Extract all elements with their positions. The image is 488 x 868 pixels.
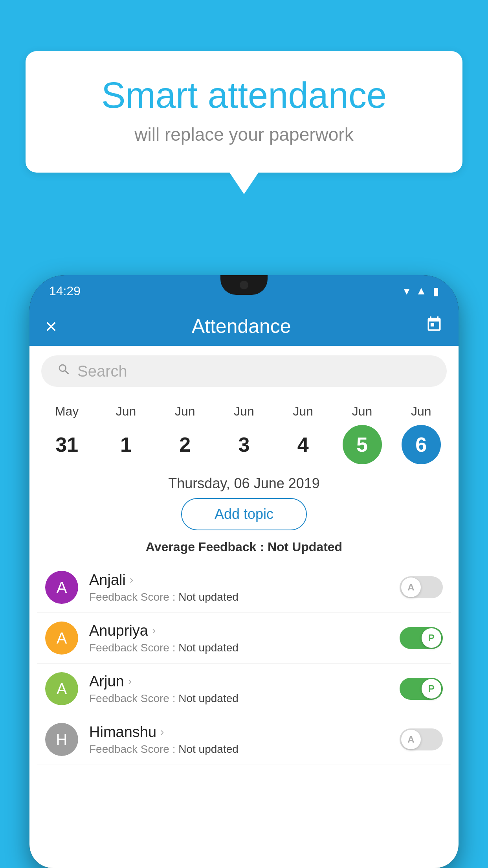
calendar-date-item[interactable]: Jun2 bbox=[160, 404, 211, 464]
toggle-container: P bbox=[400, 627, 443, 649]
date-number: 6 bbox=[402, 425, 441, 464]
feedback-value: Not updated bbox=[178, 692, 238, 704]
date-month: Jun bbox=[411, 404, 431, 419]
search-placeholder: Search bbox=[77, 362, 127, 380]
calendar-date-item[interactable]: Jun4 bbox=[277, 404, 328, 464]
status-bar: 14:29 ▾ ▲ ▮ bbox=[29, 275, 459, 307]
toggle-container: A bbox=[400, 576, 443, 598]
date-number: 5 bbox=[343, 425, 382, 464]
student-info: Anjali ›Feedback Score : Not updated bbox=[89, 572, 400, 603]
toggle-knob: P bbox=[422, 628, 441, 648]
student-feedback: Feedback Score : Not updated bbox=[89, 591, 400, 603]
list-item[interactable]: HHimanshu ›Feedback Score : Not updatedA bbox=[37, 714, 451, 765]
date-number: 1 bbox=[106, 425, 145, 464]
calendar-date-item[interactable]: May31 bbox=[41, 404, 92, 464]
date-month: Jun bbox=[293, 404, 313, 419]
avatar: A bbox=[45, 571, 78, 604]
avg-feedback: Average Feedback : Not Updated bbox=[29, 540, 459, 554]
list-item[interactable]: AAnupriya ›Feedback Score : Not updatedP bbox=[37, 613, 451, 664]
student-list: AAnjali ›Feedback Score : Not updatedAAA… bbox=[29, 562, 459, 765]
phone-notch bbox=[220, 275, 268, 295]
battery-icon: ▮ bbox=[433, 285, 439, 298]
calendar-date-row: May31Jun1Jun2Jun3Jun4Jun5Jun6 bbox=[29, 396, 459, 464]
selected-date-label: Thursday, 06 June 2019 bbox=[29, 464, 459, 498]
date-number: 4 bbox=[283, 425, 323, 464]
list-item[interactable]: AAnjali ›Feedback Score : Not updatedA bbox=[37, 562, 451, 613]
search-icon bbox=[57, 362, 71, 380]
date-month: Jun bbox=[352, 404, 372, 419]
close-button[interactable]: × bbox=[45, 314, 57, 338]
feedback-value: Not updated bbox=[178, 642, 238, 654]
date-number: 3 bbox=[224, 425, 264, 464]
feedback-value: Not updated bbox=[178, 743, 238, 755]
calendar-date-item[interactable]: Jun3 bbox=[218, 404, 270, 464]
search-bar[interactable]: Search bbox=[41, 355, 447, 387]
student-name: Anupriya › bbox=[89, 622, 400, 639]
speech-bubble: Smart attendance will replace your paper… bbox=[26, 51, 462, 173]
toggle-knob: P bbox=[422, 679, 441, 699]
avatar: A bbox=[45, 672, 78, 705]
date-month: Jun bbox=[234, 404, 254, 419]
add-topic-button[interactable]: Add topic bbox=[181, 498, 307, 530]
student-feedback: Feedback Score : Not updated bbox=[89, 743, 400, 756]
chevron-right-icon: › bbox=[130, 574, 133, 586]
speech-bubble-container: Smart attendance will replace your paper… bbox=[26, 51, 462, 173]
date-month: Jun bbox=[175, 404, 195, 419]
chevron-right-icon: › bbox=[128, 675, 132, 688]
wifi-icon: ▾ bbox=[404, 285, 409, 298]
attendance-toggle[interactable]: A bbox=[400, 728, 443, 750]
app-header: × Attendance bbox=[29, 307, 459, 346]
speech-bubble-title: Smart attendance bbox=[57, 75, 431, 116]
signal-icon: ▲ bbox=[416, 285, 427, 297]
toggle-container: P bbox=[400, 678, 443, 700]
calendar-icon[interactable] bbox=[426, 316, 443, 337]
calendar-date-item[interactable]: Jun1 bbox=[100, 404, 151, 464]
date-month: May bbox=[55, 404, 79, 419]
student-info: Himanshu ›Feedback Score : Not updated bbox=[89, 724, 400, 756]
toggle-knob: A bbox=[401, 730, 421, 749]
student-feedback: Feedback Score : Not updated bbox=[89, 642, 400, 654]
speech-bubble-subtitle: will replace your paperwork bbox=[57, 124, 431, 145]
header-title: Attendance bbox=[192, 315, 291, 338]
avg-feedback-value: Not Updated bbox=[268, 540, 342, 554]
attendance-toggle[interactable]: P bbox=[400, 678, 443, 700]
toggle-knob: A bbox=[401, 577, 421, 597]
date-number: 2 bbox=[165, 425, 205, 464]
student-info: Anupriya ›Feedback Score : Not updated bbox=[89, 622, 400, 654]
calendar-date-item[interactable]: Jun5 bbox=[337, 404, 388, 464]
calendar-date-item[interactable]: Jun6 bbox=[396, 404, 447, 464]
status-icons: ▾ ▲ ▮ bbox=[404, 285, 439, 298]
student-name: Himanshu › bbox=[89, 724, 400, 741]
feedback-value: Not updated bbox=[178, 591, 238, 603]
date-number: 31 bbox=[47, 425, 86, 464]
phone-frame: 14:29 ▾ ▲ ▮ × Attendance bbox=[29, 275, 459, 868]
list-item[interactable]: AArjun ›Feedback Score : Not updatedP bbox=[37, 664, 451, 714]
student-name: Arjun › bbox=[89, 673, 400, 690]
attendance-toggle[interactable]: A bbox=[400, 576, 443, 598]
chevron-right-icon: › bbox=[152, 624, 156, 637]
chevron-right-icon: › bbox=[160, 726, 164, 738]
student-info: Arjun ›Feedback Score : Not updated bbox=[89, 673, 400, 705]
student-name: Anjali › bbox=[89, 572, 400, 588]
date-month: Jun bbox=[116, 404, 136, 419]
attendance-toggle[interactable]: P bbox=[400, 627, 443, 649]
status-time: 14:29 bbox=[49, 284, 81, 298]
avatar: H bbox=[45, 723, 78, 756]
student-feedback: Feedback Score : Not updated bbox=[89, 692, 400, 705]
front-camera bbox=[240, 281, 248, 289]
toggle-container: A bbox=[400, 728, 443, 750]
avg-feedback-prefix: Average Feedback : bbox=[146, 540, 268, 554]
phone-content: Search May31Jun1Jun2Jun3Jun4Jun5Jun6 Thu… bbox=[29, 346, 459, 868]
avatar: A bbox=[45, 622, 78, 655]
